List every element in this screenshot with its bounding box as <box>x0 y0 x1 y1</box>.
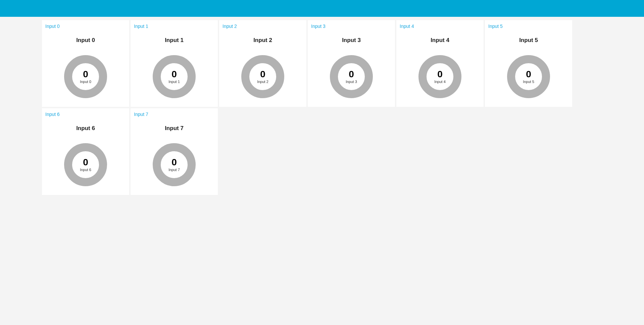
gauge-label-7: Input 7 <box>168 168 180 172</box>
card-title-3: Input 3 <box>311 37 392 44</box>
card-title-4: Input 4 <box>400 37 480 44</box>
card-title-7: Input 7 <box>134 125 214 132</box>
gauge-wrapper-1: 0 Input 1 <box>134 50 214 104</box>
gauge-value-5: 0 <box>526 70 531 79</box>
gauge-3: 0 Input 3 <box>330 55 373 98</box>
gauge-wrapper-2: 0 Input 2 <box>222 50 303 104</box>
gauge-wrapper-6: 0 Input 6 <box>45 138 126 192</box>
card-link-4[interactable]: Input 4 <box>400 24 480 29</box>
gauge-content-1: 0 Input 1 <box>168 70 180 84</box>
gauge-wrapper-3: 0 Input 3 <box>311 50 392 104</box>
gauge-4: 0 Input 4 <box>418 55 461 98</box>
gauge-label-2: Input 2 <box>257 80 268 84</box>
input-card-2: Input 2 Input 2 0 Input 2 <box>219 20 306 107</box>
gauge-value-2: 0 <box>260 70 265 79</box>
card-link-3[interactable]: Input 3 <box>311 24 392 29</box>
card-link-6[interactable]: Input 6 <box>45 112 126 117</box>
card-title-2: Input 2 <box>222 37 303 44</box>
gauge-content-6: 0 Input 6 <box>80 158 91 172</box>
card-link-0[interactable]: Input 0 <box>45 24 126 29</box>
gauge-wrapper-0: 0 Input 0 <box>45 50 126 104</box>
gauge-content-4: 0 Input 4 <box>434 70 446 84</box>
card-title-5: Input 5 <box>488 37 569 44</box>
gauge-6: 0 Input 6 <box>64 143 107 186</box>
input-card-3: Input 3 Input 3 0 Input 3 <box>308 20 395 107</box>
gauge-content-0: 0 Input 0 <box>80 70 91 84</box>
dashboard-container: Input 0 Input 0 0 Input 0 Input 1 Input … <box>0 17 644 198</box>
input-card-7: Input 7 Input 7 0 Input 7 <box>131 108 218 195</box>
input-card-0: Input 0 Input 0 0 Input 0 <box>42 20 129 107</box>
gauge-wrapper-4: 0 Input 4 <box>400 50 480 104</box>
gauge-2: 0 Input 2 <box>241 55 284 98</box>
input-card-5: Input 5 Input 5 0 Input 5 <box>485 20 572 107</box>
card-link-1[interactable]: Input 1 <box>134 24 214 29</box>
gauge-content-2: 0 Input 2 <box>257 70 268 84</box>
header-bar <box>0 0 644 17</box>
input-card-6: Input 6 Input 6 0 Input 6 <box>42 108 129 195</box>
card-link-2[interactable]: Input 2 <box>222 24 303 29</box>
gauge-value-4: 0 <box>437 70 443 79</box>
gauge-label-0: Input 0 <box>80 80 91 84</box>
card-title-1: Input 1 <box>134 37 214 44</box>
gauge-wrapper-5: 0 Input 5 <box>488 50 569 104</box>
gauge-value-0: 0 <box>83 70 88 79</box>
gauge-label-4: Input 4 <box>434 80 446 84</box>
card-title-0: Input 0 <box>45 37 126 44</box>
gauge-value-7: 0 <box>171 158 177 167</box>
card-link-7[interactable]: Input 7 <box>134 112 214 117</box>
gauge-wrapper-7: 0 Input 7 <box>134 138 214 192</box>
gauge-label-3: Input 3 <box>346 80 357 84</box>
gauge-5: 0 Input 5 <box>507 55 550 98</box>
gauge-value-3: 0 <box>349 70 354 79</box>
gauge-value-6: 0 <box>83 158 88 167</box>
gauge-1: 0 Input 1 <box>153 55 196 98</box>
input-card-1: Input 1 Input 1 0 Input 1 <box>131 20 218 107</box>
gauge-content-5: 0 Input 5 <box>523 70 534 84</box>
gauge-label-1: Input 1 <box>168 80 180 84</box>
card-title-6: Input 6 <box>45 125 126 132</box>
gauge-content-7: 0 Input 7 <box>168 158 180 172</box>
gauge-value-1: 0 <box>171 70 177 79</box>
card-link-5[interactable]: Input 5 <box>488 24 569 29</box>
gauge-label-6: Input 6 <box>80 168 91 172</box>
gauge-0: 0 Input 0 <box>64 55 107 98</box>
gauge-content-3: 0 Input 3 <box>346 70 357 84</box>
gauge-label-5: Input 5 <box>523 80 534 84</box>
gauge-7: 0 Input 7 <box>153 143 196 186</box>
input-card-4: Input 4 Input 4 0 Input 4 <box>396 20 484 107</box>
